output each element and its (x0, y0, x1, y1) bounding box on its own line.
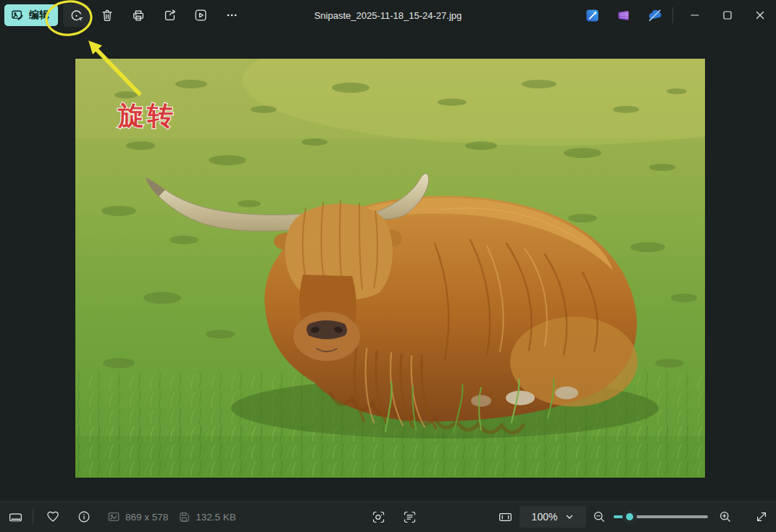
zoom-in-icon (718, 510, 733, 524)
delete-button[interactable] (94, 4, 120, 27)
printer-icon (131, 8, 146, 22)
file-info-button[interactable] (71, 505, 97, 528)
photo-highland-cow (75, 59, 705, 478)
bottombar-right: 100% (487, 502, 776, 532)
bottom-toolbar: 869 x 578 132.5 KB (0, 501, 776, 532)
text-extract-icon (402, 510, 417, 525)
print-button[interactable] (125, 4, 151, 27)
share-icon (162, 8, 177, 22)
play-icon (193, 8, 208, 22)
share-button[interactable] (157, 4, 183, 27)
slideshow-button[interactable] (188, 4, 214, 27)
zoom-out-button[interactable] (588, 505, 611, 528)
more-options-button[interactable] (219, 4, 245, 27)
info-icon (77, 510, 91, 524)
edit-button[interactable]: 编辑 (4, 4, 58, 26)
trash-icon (100, 8, 114, 22)
fullscreen-button[interactable] (748, 505, 775, 528)
annotation-arrow-head (88, 41, 102, 54)
zoom-slider[interactable] (614, 510, 708, 524)
file-size-value: 132.5 KB (196, 512, 236, 523)
zoom-level-value: 100% (532, 511, 558, 523)
zoom-slider-thumb[interactable] (622, 510, 637, 524)
visual-search-icon (371, 510, 386, 525)
save-disk-icon (178, 511, 191, 523)
edit-button-label: 编辑 (29, 9, 49, 22)
chevron-down-icon (565, 512, 574, 521)
text-actions-button[interactable] (396, 505, 422, 528)
file-size-meta: 132.5 KB (178, 511, 236, 523)
zoom-in-button[interactable] (714, 505, 737, 528)
fullscreen-icon (754, 510, 769, 524)
fit-to-window-icon (498, 510, 513, 525)
visual-search-button[interactable] (365, 505, 391, 528)
favorite-button[interactable] (40, 505, 66, 528)
filmstrip-toggle-button[interactable] (3, 505, 28, 528)
fit-to-window-button[interactable] (492, 505, 518, 528)
rotate-icon (69, 8, 84, 23)
image-size-icon (107, 510, 120, 523)
more-dots-icon (225, 8, 239, 22)
photo-viewport[interactable] (75, 59, 705, 478)
bottombar-separator (33, 509, 33, 525)
top-toolbar: 编辑 (0, 0, 776, 30)
rotate-button[interactable] (63, 4, 89, 27)
zoom-out-icon (592, 510, 606, 524)
image-dimensions-value: 869 x 578 (125, 512, 168, 523)
heart-icon (46, 510, 60, 524)
bottombar-center (360, 502, 422, 532)
filmstrip-icon (8, 510, 23, 525)
edit-image-icon (11, 9, 24, 22)
image-dimensions-meta: 869 x 578 (107, 510, 168, 523)
bottombar-left: 869 x 578 132.5 KB (3, 502, 236, 532)
zoom-level-dropdown[interactable]: 100% (520, 506, 586, 528)
photos-app-window: 编辑 (0, 0, 776, 532)
